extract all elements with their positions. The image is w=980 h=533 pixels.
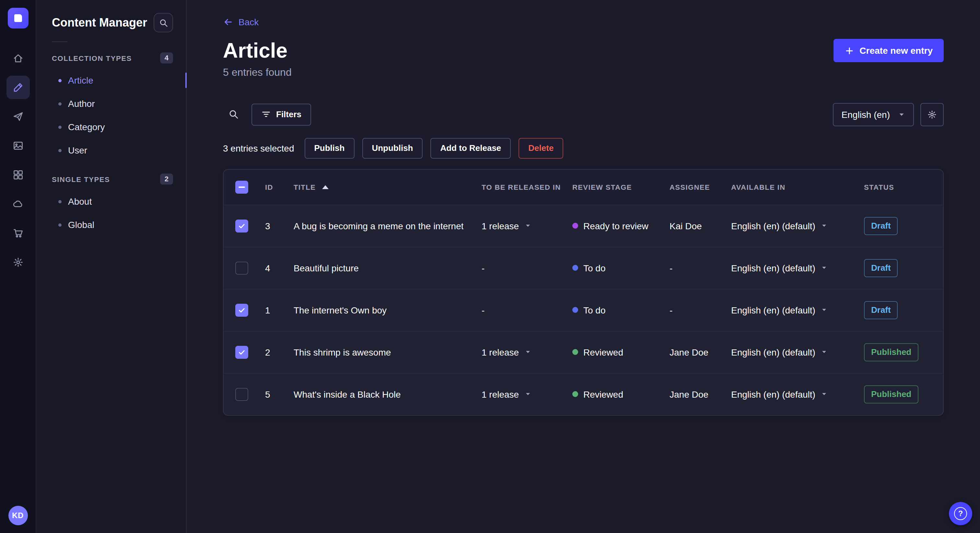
sidebar-item-category[interactable]: Category [36, 115, 186, 139]
check-icon [238, 348, 246, 356]
cell-available-in[interactable]: English (en) (default) [731, 389, 864, 400]
media-images-icon [12, 140, 24, 152]
single-types-count-badge: 2 [160, 174, 173, 185]
unpublish-button[interactable]: Unpublish [362, 138, 423, 159]
cell-release[interactable]: 1 release [482, 389, 572, 400]
nav-marketplace[interactable] [6, 222, 30, 245]
view-settings-button[interactable] [920, 103, 944, 126]
collection-types-section: COLLECTION TYPES 4 Article Author Catego… [36, 52, 186, 162]
cell-available-in[interactable]: English (en) (default) [731, 305, 864, 316]
chevron-down-icon [821, 307, 828, 314]
cell-id: 3 [265, 221, 294, 231]
nav-deploy[interactable] [6, 192, 30, 216]
sidebar-item-user[interactable]: User [36, 139, 186, 162]
search-button[interactable] [223, 104, 244, 125]
column-header-title[interactable]: TITLE [294, 183, 482, 191]
strapi-logo[interactable] [8, 8, 28, 29]
bullet-icon [58, 79, 62, 82]
paper-plane-icon [12, 111, 24, 122]
rail-nav [6, 47, 30, 274]
cell-status: Published [864, 343, 931, 361]
row-checkbox[interactable] [235, 388, 248, 401]
sidebar-item-label: Category [68, 122, 105, 132]
list-toolbar: Filters English (en) [223, 103, 944, 126]
nav-releases[interactable] [6, 105, 30, 128]
cell-release[interactable]: 1 release [482, 221, 572, 231]
sidebar-item-author[interactable]: Author [36, 92, 186, 115]
nav-media-library[interactable] [6, 134, 30, 157]
nav-settings[interactable] [6, 251, 30, 274]
cell-assignee: - [670, 263, 731, 273]
cloud-icon [12, 198, 24, 210]
locale-select[interactable]: English (en) [833, 103, 914, 126]
chevron-down-icon [821, 265, 828, 272]
selection-count: 3 entries selected [223, 143, 294, 154]
help-button[interactable]: ? [949, 502, 972, 525]
main-content: Back Article Create new entry 5 entries … [187, 0, 980, 533]
table-row[interactable]: 4 Beautiful picture - To do - English (e… [224, 247, 943, 289]
delete-button[interactable]: Delete [519, 138, 563, 159]
column-header-review-stage: REVIEW STAGE [572, 183, 670, 191]
sidebar-search-button[interactable] [154, 13, 173, 32]
check-icon [238, 222, 246, 230]
cell-review-stage: Ready to review [572, 221, 670, 231]
sidebar-divider [52, 41, 67, 42]
nav-content-type-builder[interactable] [6, 163, 30, 187]
cell-review-stage: Reviewed [572, 347, 670, 357]
cell-available-in[interactable]: English (en) (default) [731, 347, 864, 357]
bullet-icon [58, 200, 62, 203]
cell-release[interactable]: 1 release [482, 347, 572, 357]
user-avatar[interactable]: KD [8, 506, 27, 525]
chevron-down-icon [524, 349, 531, 356]
table-row[interactable]: 2 This shrimp is awesome 1 release Revie… [224, 331, 943, 373]
filters-button[interactable]: Filters [251, 104, 311, 125]
cell-assignee: Jane Doe [670, 347, 731, 357]
status-badge: Draft [864, 259, 898, 277]
chevron-down-icon [898, 111, 905, 119]
app-window: KD Content Manager COLLECTION TYPES 4 Ar… [0, 0, 980, 533]
arrow-left-icon [223, 17, 233, 27]
sidebar-item-label: Global [68, 219, 94, 230]
row-checkbox[interactable] [235, 219, 248, 233]
cell-available-in[interactable]: English (en) (default) [731, 263, 864, 273]
question-mark-icon: ? [954, 507, 967, 520]
nav-home[interactable] [6, 47, 30, 70]
locale-selected-value: English (en) [842, 109, 890, 120]
shopping-cart-icon [12, 227, 24, 239]
column-header-id[interactable]: ID [265, 183, 294, 191]
collection-types-label: COLLECTION TYPES [52, 54, 132, 62]
select-all-checkbox[interactable] [235, 181, 248, 194]
table-row[interactable]: 3 A bug is becoming a meme on the intern… [224, 205, 943, 247]
sidebar-item-global[interactable]: Global [36, 213, 186, 236]
sidebar-item-label: Author [68, 98, 95, 109]
feather-pen-icon [12, 82, 24, 93]
sidebar-item-article[interactable]: Article [36, 69, 186, 92]
search-icon [228, 109, 239, 120]
cell-title: Beautiful picture [294, 263, 482, 273]
table-row[interactable]: 5 What's inside a Black Hole 1 release R… [224, 373, 943, 415]
gear-icon [12, 257, 24, 268]
table-row[interactable]: 1 The internet's Own boy - To do - Engli… [224, 289, 943, 331]
cell-available-in[interactable]: English (en) (default) [731, 221, 864, 231]
create-entry-button[interactable]: Create new entry [834, 39, 944, 62]
page-title: Article [223, 39, 288, 63]
search-icon [159, 18, 168, 27]
sidebar-item-about[interactable]: About [36, 190, 186, 213]
strapi-logo-mark [14, 14, 22, 22]
sort-ascending-icon [322, 185, 329, 189]
add-to-release-button[interactable]: Add to Release [430, 138, 511, 159]
bullet-icon [58, 125, 62, 128]
row-checkbox[interactable] [235, 304, 248, 317]
filter-icon [261, 110, 271, 119]
row-checkbox[interactable] [235, 346, 248, 359]
nav-content-manager[interactable] [6, 76, 30, 99]
stage-dot-icon [572, 265, 578, 271]
entries-count-subtitle: 5 entries found [223, 67, 944, 78]
chevron-down-icon [821, 349, 828, 356]
back-link[interactable]: Back [223, 17, 259, 27]
row-checkbox[interactable] [235, 262, 248, 274]
cell-assignee: - [670, 305, 731, 316]
publish-button[interactable]: Publish [304, 138, 354, 159]
nav-rail: KD [0, 0, 36, 533]
sidebar-item-label: About [68, 196, 92, 206]
